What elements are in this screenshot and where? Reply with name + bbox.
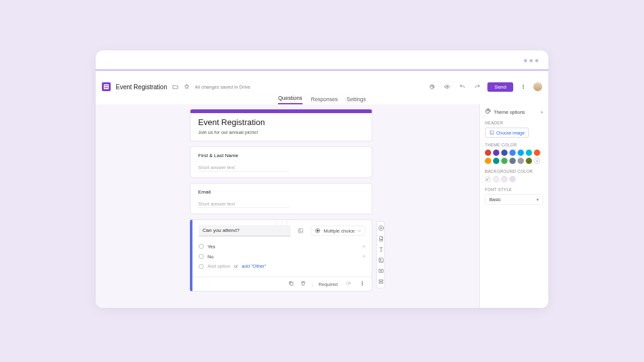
choose-image-button[interactable]: Choose image [485,128,529,138]
svg-point-7 [523,88,523,89]
radio-icon [199,254,204,259]
option-label[interactable]: No [208,254,214,260]
svg-point-25 [488,110,489,111]
question-title: Email [198,189,364,195]
background-color-label: BACKGROUND COLOR [485,169,543,173]
add-other-link[interactable]: add "Other" [242,263,267,269]
browser-window: Event Registration All changes saved in … [96,50,548,308]
svg-point-4 [447,86,448,87]
delete-icon[interactable] [300,280,306,288]
color-swatch-selected[interactable]: ✓ [526,158,532,164]
add-title-icon[interactable] [378,246,384,253]
theme-panel: Theme options × HEADER Choose image THEM… [479,104,548,308]
question-card[interactable]: Email Short answer text [190,183,372,214]
svg-rect-12 [290,282,293,285]
remove-option-icon[interactable]: × [362,253,365,260]
bg-swatch[interactable] [493,176,499,182]
add-option-row[interactable]: Add option or add "Other" [199,261,365,271]
svg-point-5 [523,85,523,85]
more-icon[interactable] [518,82,528,92]
svg-point-0 [430,85,435,89]
or-label: or [234,263,238,269]
theme-color-label: THEME COLOR [485,143,543,147]
color-swatch[interactable] [485,158,491,164]
color-swatch[interactable] [509,158,516,164]
add-video-icon[interactable] [378,268,384,274]
svg-point-2 [433,85,433,86]
undo-icon[interactable] [457,82,467,92]
tab-responses[interactable]: Responses [311,96,338,104]
color-swatch[interactable] [509,150,516,156]
add-section-icon[interactable] [378,278,384,285]
radio-icon [199,264,204,269]
question-type-select[interactable]: Multiple choice [311,226,365,236]
browser-loading-bar [96,69,548,71]
bg-swatch[interactable] [501,176,508,182]
form-title[interactable]: Event Registration [198,118,364,127]
remove-option-icon[interactable]: × [362,243,365,250]
folder-icon[interactable] [172,84,179,90]
document-title[interactable]: Event Registration [116,84,167,90]
add-image-icon[interactable] [378,257,384,263]
color-swatch[interactable] [485,150,491,156]
account-avatar[interactable] [533,82,542,91]
tab-settings[interactable]: Settings [347,96,366,104]
app-header: Event Registration All changes saved in … [96,79,548,94]
option-row[interactable]: Yes × [199,241,365,251]
option-label[interactable]: Yes [208,244,215,250]
duplicate-icon[interactable] [288,280,294,288]
question-title-input[interactable]: Can you attend? [199,225,291,236]
required-toggle[interactable] [343,280,353,288]
color-swatch[interactable] [501,150,508,156]
tab-row: Questions Responses Settings [96,94,548,104]
add-question-icon[interactable] [378,225,384,231]
form-canvas: Event Registration Join us for our annua… [96,104,479,308]
color-swatch[interactable] [493,150,499,156]
palette-icon [485,108,491,116]
option-row[interactable]: No × [199,251,365,261]
form-header-card[interactable]: Event Registration Join us for our annua… [190,109,372,141]
color-swatch[interactable] [526,150,532,156]
drag-handle-icon[interactable]: ⋮⋮⋮ [192,220,372,225]
svg-point-9 [299,230,300,231]
save-status: All changes saved in Drive [195,84,250,90]
bg-swatch[interactable] [509,176,516,182]
svg-point-11 [317,230,319,232]
color-swatch[interactable] [518,158,524,164]
question-more-icon[interactable] [359,280,365,288]
color-swatch[interactable] [501,158,508,164]
form-description[interactable]: Join us for our annual picnic! [198,129,364,135]
import-questions-icon[interactable] [378,236,384,242]
send-button[interactable]: Send [487,82,513,92]
svg-point-3 [433,87,433,87]
color-swatch[interactable] [518,150,524,156]
redo-icon[interactable] [472,82,482,92]
svg-point-6 [523,86,523,87]
bg-swatch-selected[interactable]: ✓ [485,176,491,182]
svg-point-17 [362,285,362,285]
svg-point-1 [431,86,432,87]
tab-questions[interactable]: Questions [278,95,302,104]
radio-icon [199,244,204,249]
question-card[interactable]: First & Last Name Short answer text [190,146,372,178]
forms-app: Event Registration All changes saved in … [96,79,548,308]
svg-point-16 [362,283,362,283]
question-card-selected[interactable]: ⋮⋮⋮ Can you attend? Multiple choice [190,219,372,292]
forms-logo-icon [102,82,111,91]
question-title: First & Last Name [198,153,364,158]
add-color-swatch[interactable]: + [534,158,540,164]
svg-point-14 [346,282,348,285]
add-option-label[interactable]: Add option [208,263,230,269]
star-icon[interactable] [184,84,190,90]
background-swatches: ✓ [485,176,543,182]
short-answer-placeholder: Short answer text [198,201,289,208]
svg-point-15 [362,282,362,282]
color-swatch[interactable] [493,158,499,164]
color-swatch[interactable] [534,150,540,156]
close-icon[interactable]: × [541,109,543,115]
preview-icon[interactable] [442,82,452,92]
customize-theme-icon[interactable] [427,82,437,92]
svg-point-24 [487,111,487,111]
font-style-select[interactable]: Basic ▾ [485,194,543,205]
add-image-icon[interactable] [296,226,306,236]
